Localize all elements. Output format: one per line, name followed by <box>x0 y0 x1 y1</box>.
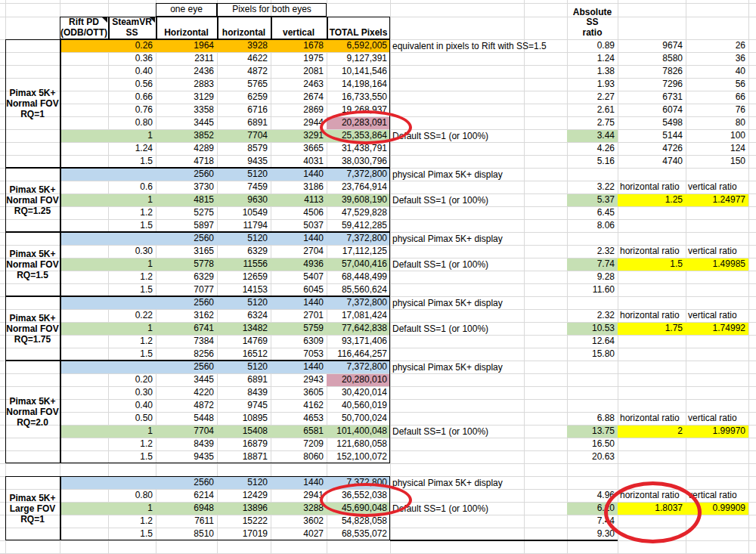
annotations <box>0 0 756 554</box>
red-circle-horizontal-ratio-1.8037 <box>604 481 702 543</box>
spreadsheet-grid: Pimax 5K+ Normal FOV RQ=10.2619643928167… <box>0 0 756 554</box>
red-circle-total-20283091 <box>320 110 412 144</box>
red-circle-total-36552038 <box>320 483 412 517</box>
